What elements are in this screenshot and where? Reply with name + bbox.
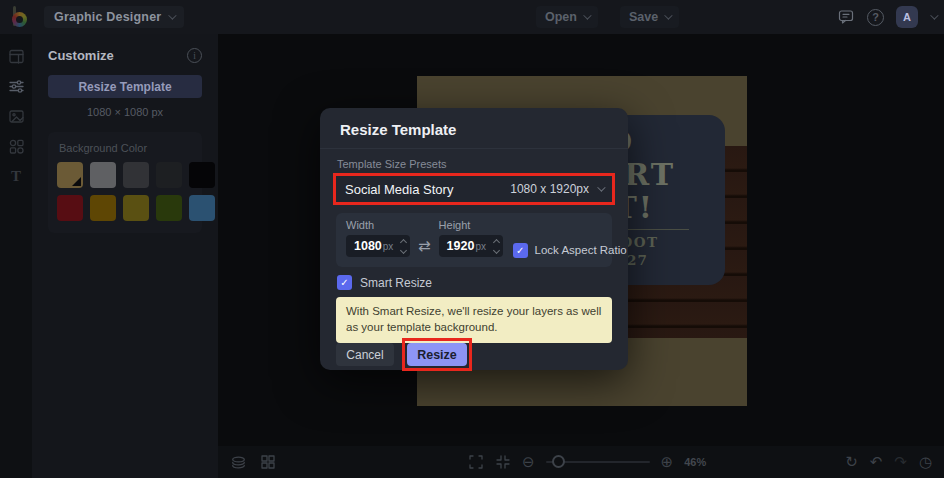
color-swatch[interactable] bbox=[90, 162, 116, 188]
befunky-logo[interactable] bbox=[10, 6, 30, 28]
help-icon[interactable]: ? bbox=[867, 9, 884, 26]
height-value: 1920 bbox=[447, 239, 475, 253]
undo-icon[interactable]: ↶ bbox=[870, 454, 883, 470]
feedback-chat-icon[interactable] bbox=[837, 8, 855, 26]
customize-panel: Customize i Resize Template 1080 × 1080 … bbox=[32, 34, 218, 478]
chevron-down-icon bbox=[664, 11, 672, 19]
customize-sliders-icon[interactable] bbox=[8, 78, 25, 95]
tool-rail: T bbox=[0, 34, 32, 478]
stepper-up-icon[interactable] bbox=[493, 238, 500, 245]
layers-icon[interactable] bbox=[230, 454, 247, 471]
reset-icon[interactable]: ↻ bbox=[845, 454, 858, 470]
width-label: Width bbox=[346, 219, 410, 231]
templates-icon[interactable] bbox=[8, 48, 25, 65]
top-bar: Graphic Designer Open Save ? A bbox=[0, 0, 944, 34]
status-bar: ⊖ ⊕ 46% ↻ ↶ ↷ ◷ bbox=[218, 446, 944, 478]
account-chevron-down-icon[interactable] bbox=[930, 11, 938, 19]
height-unit: px bbox=[475, 241, 493, 252]
stepper-down-icon[interactable] bbox=[493, 246, 500, 253]
fullscreen-icon[interactable] bbox=[468, 454, 484, 470]
open-label: Open bbox=[545, 10, 577, 24]
cancel-button[interactable]: Cancel bbox=[336, 343, 394, 366]
save-label: Save bbox=[629, 10, 658, 24]
smart-resize-info: With Smart Resize, we'll resize your lay… bbox=[336, 297, 612, 343]
swatch-grid bbox=[57, 162, 193, 221]
color-swatch[interactable] bbox=[57, 195, 83, 221]
dimensions-panel: Width 1080 px ⇄ Height 1920 px bbox=[336, 213, 612, 267]
panel-title: Customize bbox=[48, 48, 114, 63]
smart-resize-label: Smart Resize bbox=[360, 276, 432, 290]
smart-resize-checkbox[interactable]: ✓ bbox=[337, 275, 352, 290]
info-icon[interactable]: i bbox=[187, 48, 202, 63]
image-manager-icon[interactable] bbox=[8, 108, 25, 125]
color-swatch[interactable] bbox=[90, 195, 116, 221]
preset-dropdown[interactable]: Social Media Story 1080 x 1920px bbox=[333, 173, 615, 205]
avatar-letter: A bbox=[903, 11, 911, 23]
modal-divider bbox=[320, 148, 628, 149]
mode-label: Graphic Designer bbox=[54, 10, 161, 24]
lock-aspect-label: Lock Aspect Ratio bbox=[535, 244, 627, 256]
height-stepper[interactable] bbox=[494, 240, 499, 253]
color-swatch[interactable] bbox=[123, 195, 149, 221]
resize-template-button[interactable]: Resize Template bbox=[48, 75, 202, 98]
zoom-slider[interactable] bbox=[546, 461, 650, 463]
save-menu[interactable]: Save bbox=[620, 6, 679, 28]
zoom-in-icon[interactable]: ⊕ bbox=[661, 454, 674, 470]
color-swatch[interactable] bbox=[57, 162, 83, 188]
presets-label: Template Size Presets bbox=[337, 158, 446, 170]
lock-aspect-checkbox[interactable]: ✓ bbox=[513, 243, 528, 258]
width-stepper[interactable] bbox=[401, 240, 406, 253]
stepper-down-icon[interactable] bbox=[400, 246, 407, 253]
zoom-slider-handle[interactable] bbox=[552, 455, 565, 468]
current-template-size: 1080 × 1080 px bbox=[48, 106, 202, 118]
annotation-highlight: Resize bbox=[402, 338, 472, 371]
redo-icon[interactable]: ↷ bbox=[894, 454, 907, 470]
fit-to-screen-icon[interactable] bbox=[495, 454, 511, 470]
background-color-section: Background Color bbox=[48, 132, 202, 233]
height-input[interactable]: 1920 px bbox=[439, 235, 503, 257]
chevron-down-icon bbox=[169, 11, 177, 19]
mode-selector[interactable]: Graphic Designer bbox=[44, 6, 184, 28]
modal-title: Resize Template bbox=[340, 121, 456, 138]
zoom-out-icon[interactable]: ⊖ bbox=[522, 454, 535, 470]
color-swatch[interactable] bbox=[189, 195, 215, 221]
open-menu[interactable]: Open bbox=[536, 6, 598, 28]
color-swatch[interactable] bbox=[156, 162, 182, 188]
color-swatch[interactable] bbox=[156, 195, 182, 221]
resize-button[interactable]: Resize bbox=[407, 343, 467, 366]
preset-name: Social Media Story bbox=[345, 182, 510, 197]
history-icon[interactable]: ◷ bbox=[919, 454, 932, 470]
background-color-label: Background Color bbox=[59, 142, 193, 154]
width-unit: px bbox=[383, 241, 401, 252]
zoom-percentage: 46% bbox=[684, 456, 706, 468]
graphics-icon[interactable] bbox=[8, 138, 25, 155]
grid-icon[interactable] bbox=[260, 454, 276, 470]
color-swatch[interactable] bbox=[123, 162, 149, 188]
width-input[interactable]: 1080 px bbox=[346, 235, 410, 257]
swap-dimensions-icon[interactable]: ⇄ bbox=[418, 237, 431, 261]
text-tool-icon[interactable]: T bbox=[11, 168, 21, 184]
chevron-down-icon bbox=[583, 11, 591, 19]
width-value: 1080 bbox=[354, 239, 382, 253]
height-label: Height bbox=[439, 219, 503, 231]
preset-size: 1080 x 1920px bbox=[510, 182, 589, 196]
chevron-down-icon bbox=[597, 183, 605, 191]
avatar[interactable]: A bbox=[896, 6, 918, 28]
resize-template-modal: Resize Template Template Size Presets So… bbox=[320, 108, 628, 370]
stepper-up-icon[interactable] bbox=[400, 238, 407, 245]
color-swatch[interactable] bbox=[189, 162, 215, 188]
